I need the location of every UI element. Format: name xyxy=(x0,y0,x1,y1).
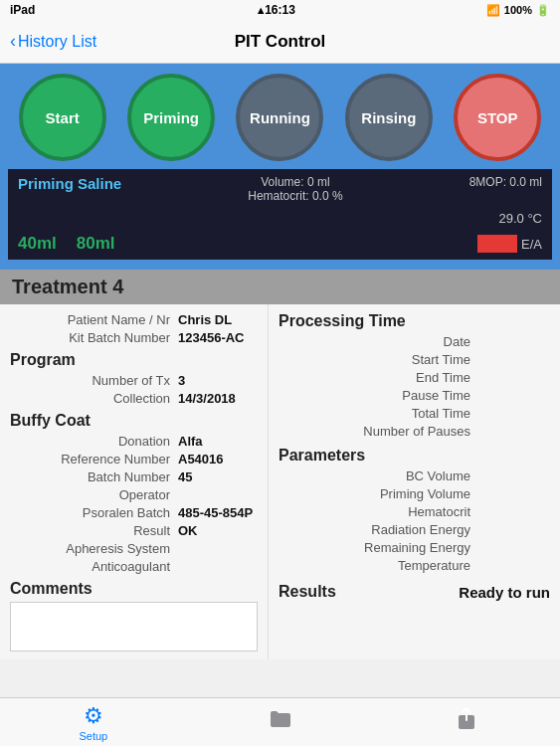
rinsing-button[interactable]: Rinsing xyxy=(345,74,433,161)
buffy-coat-header: Buffy Coat xyxy=(10,412,258,430)
kit-batch-row: Kit Batch Number 123456-AC xyxy=(10,330,258,345)
total-time-row: Total Time xyxy=(279,406,550,421)
share-icon xyxy=(456,707,477,737)
apheresis-system-row: Apheresis System xyxy=(10,541,258,556)
bc-volume-row: BC Volume xyxy=(279,468,550,483)
treatment-header: Treatment 4 xyxy=(0,270,560,304)
end-time-row: End Time xyxy=(279,370,550,385)
vol-40: 40ml xyxy=(18,234,57,254)
date-row: Date xyxy=(279,334,550,349)
temperature-param-row: Temperature xyxy=(279,558,550,573)
workflow-buttons: Start Priming Running Rinsing STOP xyxy=(8,74,552,161)
chevron-left-icon: ‹ xyxy=(10,31,16,52)
content-area: Patient Name / Nr Chris DL Kit Batch Num… xyxy=(0,304,560,659)
running-button[interactable]: Running xyxy=(236,74,323,161)
volume-hematocrit: Volume: 0 ml Hematocrit: 0.0 % xyxy=(248,175,342,203)
stop-button[interactable]: STOP xyxy=(454,74,541,161)
volume-label: Volume: 0 ml xyxy=(248,175,342,189)
nav-bar: ‹ History List PIT Control xyxy=(0,20,560,64)
number-of-tx-label: Number of Tx xyxy=(10,373,170,388)
priming-button[interactable]: Priming xyxy=(127,74,215,161)
number-of-tx-value: 3 xyxy=(178,373,258,388)
info-panel-bottom: 29.0 °C xyxy=(8,209,552,232)
donation-label: Donation xyxy=(10,434,170,449)
ea-label: E/A xyxy=(521,237,542,252)
processing-time-header: Processing Time xyxy=(279,312,550,330)
anticoagulant-label: Anticoagulant xyxy=(10,559,170,574)
tab-setup[interactable]: ⚙ Setup xyxy=(0,703,187,742)
result-label: Result xyxy=(10,523,170,538)
hematocrit-param-label: Hematocrit xyxy=(279,504,470,519)
start-time-row: Start Time xyxy=(279,352,550,367)
ea-color-box xyxy=(477,235,517,253)
start-button[interactable]: Start xyxy=(19,74,106,161)
patient-name-row: Patient Name / Nr Chris DL xyxy=(10,312,258,327)
batch-number-value: 45 xyxy=(178,469,258,484)
anticoagulant-row: Anticoagulant xyxy=(10,559,258,574)
temperature-param-label: Temperature xyxy=(279,558,470,573)
start-time-label: Start Time xyxy=(279,352,470,367)
collection-label: Collection xyxy=(10,391,170,406)
collection-row: Collection 14/3/2018 xyxy=(10,391,258,406)
status-right: 📶 100% 🔋 xyxy=(486,4,550,17)
parameters-header: Parameters xyxy=(279,447,550,465)
comments-header: Comments xyxy=(10,580,258,598)
priming-volume-label: Priming Volume xyxy=(279,486,470,501)
psoralen-batch-label: Psoralen Batch xyxy=(10,505,170,520)
end-time-label: End Time xyxy=(279,370,470,385)
workflow-area: Start Priming Running Rinsing STOP Primi… xyxy=(0,64,560,270)
left-column: Patient Name / Nr Chris DL Kit Batch Num… xyxy=(0,304,269,659)
radiation-energy-row: Radiation Energy xyxy=(279,522,550,537)
program-header: Program xyxy=(10,351,258,369)
carrier-label: iPad xyxy=(10,3,35,17)
number-of-pauses-label: Number of Pauses xyxy=(279,424,470,439)
nav-title: PIT Control xyxy=(235,32,326,52)
back-button[interactable]: ‹ History List xyxy=(10,31,96,52)
info-panel: Priming Saline Volume: 0 ml Hematocrit: … xyxy=(8,169,552,209)
kit-batch-value: 123456-AC xyxy=(178,330,258,345)
pause-time-label: Pause Time xyxy=(279,388,470,403)
status-time: 16:13 xyxy=(265,3,295,17)
tab-share[interactable] xyxy=(373,707,560,738)
radiation-energy-label: Radiation Energy xyxy=(279,522,470,537)
tab-bar: ⚙ Setup xyxy=(0,697,560,746)
vol-80: 80ml xyxy=(77,234,115,254)
hematocrit-label: Hematocrit: 0.0 % xyxy=(248,189,342,203)
reference-number-label: Reference Number xyxy=(10,452,170,466)
folder-icon xyxy=(269,709,292,735)
status-bar: iPad ▲ 16:13 📶 100% 🔋 xyxy=(0,0,560,20)
date-label: Date xyxy=(279,334,470,349)
tab-setup-label: Setup xyxy=(79,730,107,742)
mop-label: 8MOP: 0.0 ml xyxy=(469,175,542,189)
right-column: Processing Time Date Start Time End Time… xyxy=(269,304,560,659)
batch-number-row: Batch Number 45 xyxy=(10,469,258,484)
total-time-label: Total Time xyxy=(279,406,470,421)
results-row: Results Ready to run xyxy=(279,579,550,601)
result-row: Result OK xyxy=(10,523,258,538)
reference-number-row: Reference Number A54016 xyxy=(10,452,258,466)
back-label[interactable]: History List xyxy=(18,33,96,51)
priming-label: Priming Saline xyxy=(18,175,121,192)
result-value: OK xyxy=(178,523,258,538)
batch-number-label: Batch Number xyxy=(10,469,170,484)
reference-number-value: A54016 xyxy=(178,452,258,466)
hematocrit-param-row: Hematocrit xyxy=(279,504,550,519)
kit-batch-label: Kit Batch Number xyxy=(10,330,170,345)
results-value: Ready to run xyxy=(459,584,550,601)
battery-label: 100% xyxy=(504,4,532,16)
apheresis-system-label: Apheresis System xyxy=(10,541,170,556)
tab-folder[interactable] xyxy=(187,709,374,736)
patient-name-label: Patient Name / Nr xyxy=(10,312,170,327)
bluetooth-icon: 📶 xyxy=(486,4,500,17)
patient-name-value: Chris DL xyxy=(178,312,258,327)
psoralen-batch-value: 485-45-854P xyxy=(178,505,258,520)
number-of-pauses-row: Number of Pauses xyxy=(279,424,550,439)
comments-box[interactable] xyxy=(10,602,258,652)
donation-row: Donation Alfa xyxy=(10,434,258,449)
priming-volume-row: Priming Volume xyxy=(279,486,550,501)
pause-time-row: Pause Time xyxy=(279,388,550,403)
temperature-label: 29.0 °C xyxy=(498,211,542,226)
battery-icon: 🔋 xyxy=(536,4,550,17)
operator-label: Operator xyxy=(10,487,170,502)
results-label: Results xyxy=(279,583,336,601)
